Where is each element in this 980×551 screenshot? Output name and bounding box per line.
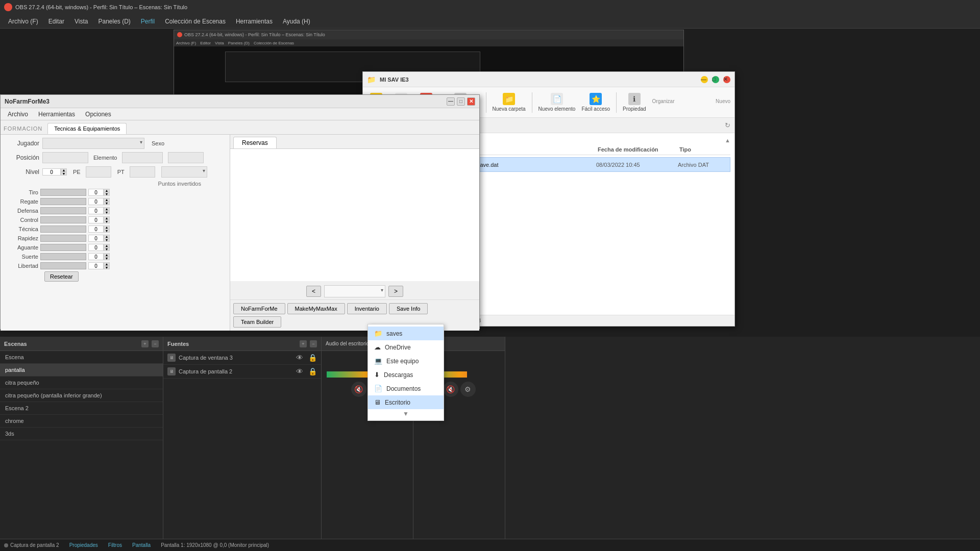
fe-col-type-header[interactable]: Tipo [679,146,730,153]
obs-audio-settings-1[interactable]: ⚙ [460,382,476,397]
nffm-stat-input-3[interactable] [88,216,104,223]
fe-facil-acceso-btn[interactable]: ⭐ Fácil acceso [581,93,610,112]
nffm-elemento-extra-input[interactable] [168,152,204,163]
obs-source-lock-1[interactable]: 🔒 [308,367,317,375]
nffm-btn-team-builder[interactable]: Team Builder [233,316,281,328]
nffm-minimize-btn[interactable]: — [447,97,455,106]
nffm-tab-reservas[interactable]: Reservas [233,137,277,148]
obs-scene-item-1[interactable]: pantalla [0,364,163,377]
nffm-stat-down-4[interactable]: ▼ [104,229,110,233]
nffm-stat-up-1[interactable]: ▲ [104,198,110,202]
nffm-stat-up-5[interactable]: ▲ [104,235,110,238]
context-menu-descargas[interactable]: ⬇ Descargas [368,368,444,382]
context-menu-equipo[interactable]: 💻 Este equipo [368,354,444,368]
nffm-maximize-btn[interactable]: □ [457,97,465,106]
nffm-stat-down-5[interactable]: ▼ [104,238,110,242]
nffm-pt-select[interactable] [161,166,207,178]
nffm-stat-down-6[interactable]: ▼ [104,247,110,251]
obs-source-eye-1[interactable]: 👁 [296,367,303,375]
nffm-btn-save-info[interactable]: Save Info [389,303,428,314]
menu-coleccion[interactable]: Colección de Escenas [161,16,230,27]
nffm-stat-up-8[interactable]: ▲ [104,262,110,266]
nffm-pt-input[interactable] [130,166,155,178]
obs-sources-remove-btn[interactable]: − [310,340,317,347]
nffm-tab-tecnicas[interactable]: Tecnicas & Equipamientos [47,123,127,134]
fe-close-btn[interactable]: ✕ [723,76,730,83]
nffm-stat-down-8[interactable]: ▼ [104,266,110,269]
nffm-stat-down-1[interactable]: ▼ [104,202,110,205]
fe-refresh-btn[interactable]: ↻ [725,121,730,129]
nffm-stat-up-7[interactable]: ▲ [104,253,110,257]
menu-editar[interactable]: Editar [44,16,68,27]
nffm-menu-opciones[interactable]: Opciones [81,109,115,119]
fe-propiedad-btn[interactable]: ℹ Propiedad [623,93,646,112]
context-menu-scroll-arrow[interactable]: ▼ [368,409,444,418]
obs-status-screen[interactable]: Pantalla [132,542,151,548]
menu-archivo[interactable]: Archivo (F) [4,16,42,27]
menu-vista[interactable]: Vista [70,16,92,27]
obs-scenes-add-btn[interactable]: + [141,340,149,347]
context-menu-escritorio[interactable]: 🖥 Escritorio [368,395,444,409]
nffm-stat-input-7[interactable] [88,253,104,260]
nffm-nivel-input[interactable] [42,168,61,176]
obs-scene-item-0[interactable]: Escena [0,351,163,364]
obs-source-item-0[interactable]: 🖥 Captura de ventana 3 👁 🔒 [163,351,321,365]
nffm-menu-archivo[interactable]: Archivo [4,109,32,119]
nffm-btn-nofarmforme[interactable]: NoFarmForMe [233,303,285,314]
nffm-elemento-input[interactable] [122,152,163,163]
fe-nuevo-elemento-btn[interactable]: 📄 Nuevo elemento [538,93,576,112]
obs-scene-item-3[interactable]: citra pequeño (pantalla inferior grande) [0,389,163,402]
fe-nueva-carpeta-btn[interactable]: 📁 Nueva carpeta [493,93,526,112]
obs-audio-mute-0[interactable]: 🔇 [351,382,366,397]
nffm-btn-inventario[interactable]: Inventario [347,303,387,314]
obs-source-lock-0[interactable]: 🔒 [308,354,317,362]
nffm-stat-input-0[interactable] [88,189,104,196]
context-menu-onedrive[interactable]: ☁ OneDrive [368,340,444,354]
obs-scene-item-4[interactable]: Escena 2 [0,402,163,415]
nffm-stat-up-4[interactable]: ▲ [104,226,110,229]
nffm-menu-herramientas[interactable]: Herramientas [34,109,79,119]
nffm-nav-select[interactable] [324,285,385,297]
fe-col-date-header[interactable]: Fecha de modificación [598,146,679,153]
menu-perfil[interactable]: Perfil [137,16,159,27]
obs-source-item-1[interactable]: 🖥 Captura de pantalla 2 👁 🔒 [163,365,321,379]
nffm-stat-up-0[interactable]: ▲ [104,189,110,192]
nffm-nav-next[interactable]: > [388,286,403,297]
nffm-close-btn[interactable]: ✕ [467,97,475,106]
nffm-btn-makemymaxmax[interactable]: MakeMyMaxMax [287,303,345,314]
nffm-stat-down-2[interactable]: ▼ [104,211,110,214]
nffm-nivel-down[interactable]: ▼ [61,172,67,176]
nffm-nivel-up[interactable]: ▲ [61,168,67,172]
nffm-stat-input-1[interactable] [88,198,104,205]
menu-paneles[interactable]: Paneles (D) [94,16,135,27]
nffm-stat-down-3[interactable]: ▼ [104,220,110,223]
nffm-stat-up-3[interactable]: ▲ [104,216,110,220]
obs-scene-item-2[interactable]: citra pequeño [0,377,163,389]
nffm-stat-input-5[interactable] [88,235,104,242]
obs-status-filters[interactable]: Filtros [108,542,122,548]
nffm-jugador-select[interactable] [42,138,144,149]
fe-file-row[interactable]: 📄 a3O_save.dat 08/03/2022 10:45 Archivo … [449,157,730,172]
nffm-stat-input-2[interactable] [88,207,104,214]
obs-scene-item-5[interactable]: chrome [0,415,163,428]
menu-ayuda[interactable]: Ayuda (H) [279,16,314,27]
obs-status-properties[interactable]: Propiedades [69,542,98,548]
context-menu-saves[interactable]: 📁 saves [368,327,444,340]
nffm-resetear-btn[interactable]: Resetear [44,271,79,282]
fe-minimize-btn[interactable]: — [701,76,708,83]
nffm-stat-down-7[interactable]: ▼ [104,257,110,260]
nffm-stat-input-4[interactable] [88,226,104,233]
context-menu-documentos[interactable]: 📄 Documentos [368,382,444,395]
nffm-stat-input-6[interactable] [88,244,104,251]
obs-sources-add-btn[interactable]: + [300,340,307,347]
nffm-stat-input-8[interactable] [88,262,104,269]
menu-herramientas[interactable]: Herramientas [232,16,277,27]
nffm-nav-prev[interactable]: < [306,286,321,297]
nffm-stat-up-6[interactable]: ▲ [104,244,110,247]
obs-scenes-remove-btn[interactable]: − [152,340,159,347]
nffm-stat-down-0[interactable]: ▼ [104,192,110,196]
nffm-stat-up-2[interactable]: ▲ [104,207,110,211]
nffm-pe-input[interactable] [86,166,111,178]
obs-audio-mute-1[interactable]: 🔇 [443,382,458,397]
fe-maximize-btn[interactable]: □ [712,76,719,83]
